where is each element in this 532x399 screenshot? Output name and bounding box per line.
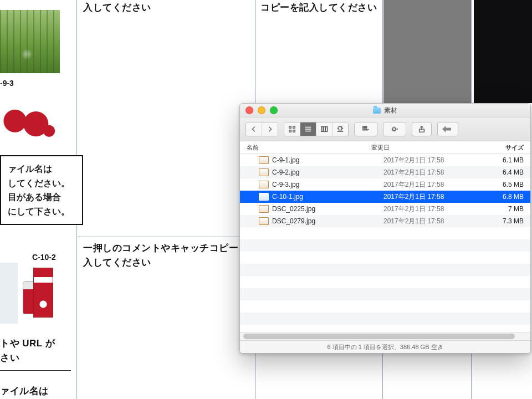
image-placeholder bbox=[474, 0, 532, 103]
instruction-text: 入してください bbox=[83, 256, 151, 270]
titlebar[interactable]: 素材 bbox=[240, 104, 530, 117]
image-thumbnail[interactable] bbox=[0, 263, 60, 324]
file-size: 7.3 MB bbox=[500, 217, 530, 225]
icon-view-button[interactable] bbox=[284, 122, 300, 136]
svg-rect-9 bbox=[326, 127, 328, 132]
col-header-size[interactable]: サイズ bbox=[488, 144, 530, 152]
image-file-icon bbox=[259, 217, 269, 225]
file-size: 7 MB bbox=[500, 205, 530, 213]
file-name: C-9-2.jpg bbox=[272, 168, 299, 176]
file-date: 2017年2月1日 17:58 bbox=[383, 168, 500, 177]
folder-icon bbox=[373, 108, 381, 114]
col-header-date[interactable]: 変更日 bbox=[371, 144, 488, 152]
file-size: 6.4 MB bbox=[500, 168, 530, 176]
thumbnail-label: C-10-2 bbox=[32, 253, 56, 262]
statusbar: 6 項目中の 1 項目を選択、386.48 GB 空き bbox=[240, 340, 530, 353]
scrollbar-thumb[interactable] bbox=[243, 334, 515, 339]
image-file-icon bbox=[259, 156, 269, 164]
file-date: 2017年2月1日 17:58 bbox=[383, 156, 500, 165]
svg-rect-16 bbox=[363, 129, 365, 130]
list-icon bbox=[304, 125, 312, 133]
arrange-button[interactable] bbox=[355, 122, 377, 136]
columns-icon bbox=[320, 125, 328, 133]
tags-button[interactable] bbox=[437, 122, 458, 136]
svg-rect-3 bbox=[293, 130, 295, 132]
share-button[interactable] bbox=[412, 122, 432, 136]
close-button[interactable] bbox=[245, 106, 253, 114]
list-view-button[interactable] bbox=[300, 122, 316, 136]
image-placeholder bbox=[383, 0, 471, 103]
svg-rect-0 bbox=[289, 126, 291, 129]
divider-line bbox=[0, 370, 71, 371]
file-size: 6.8 MB bbox=[500, 193, 530, 201]
file-name: C-10-1.jpg bbox=[272, 193, 303, 201]
instruction-line: 目がある場合 bbox=[8, 190, 75, 204]
file-date: 2017年2月1日 17:58 bbox=[383, 204, 500, 214]
zoom-button[interactable] bbox=[270, 106, 278, 114]
svg-rect-2 bbox=[289, 130, 291, 132]
action-button[interactable] bbox=[383, 122, 406, 136]
instruction-text: コピーを記入してください bbox=[260, 1, 377, 15]
action-group bbox=[383, 122, 406, 136]
image-thumbnail[interactable] bbox=[0, 10, 60, 73]
forward-button[interactable] bbox=[262, 122, 278, 136]
column-view-button[interactable] bbox=[316, 122, 332, 136]
svg-rect-7 bbox=[321, 127, 323, 132]
file-row[interactable]: DSC_0279.jpg2017年2月1日 17:587.3 MB bbox=[240, 215, 530, 227]
file-name: DSC_0279.jpg bbox=[272, 217, 315, 225]
back-button[interactable] bbox=[246, 122, 262, 136]
coverflow-view-button[interactable] bbox=[332, 122, 348, 136]
chevron-left-icon bbox=[250, 125, 258, 133]
svg-rect-1 bbox=[293, 126, 295, 129]
finder-window: 素材 bbox=[239, 103, 531, 354]
minimize-button[interactable] bbox=[258, 106, 265, 114]
nav-back-forward bbox=[245, 122, 278, 136]
file-name: DSC_0225.jpg bbox=[272, 205, 315, 213]
column-headers[interactable]: 名前 変更日 サイズ bbox=[240, 141, 530, 154]
status-text: 6 項目中の 1 項目を選択、386.48 GB 空き bbox=[327, 343, 443, 351]
svg-rect-10 bbox=[339, 127, 341, 130]
instruction-text: トや URL が bbox=[0, 337, 55, 351]
file-row[interactable]: C-9-2.jpg2017年2月1日 17:586.4 MB bbox=[240, 166, 530, 178]
arrange-group bbox=[354, 122, 377, 136]
file-date: 2017年2月1日 17:58 bbox=[383, 192, 500, 202]
window-controls bbox=[245, 106, 278, 114]
svg-point-18 bbox=[393, 127, 396, 130]
instruction-text: ァイル名は bbox=[0, 385, 49, 398]
svg-rect-8 bbox=[324, 127, 325, 132]
file-row[interactable]: C-9-1.jpg2017年2月1日 17:586.1 MB bbox=[240, 154, 530, 166]
svg-rect-14 bbox=[363, 126, 365, 128]
horizontal-scrollbar[interactable] bbox=[240, 332, 530, 340]
instruction-text: さい bbox=[0, 351, 19, 365]
window-title-text: 素材 bbox=[384, 106, 397, 115]
gear-icon bbox=[391, 125, 398, 133]
instruction-line: してください。 bbox=[8, 176, 75, 191]
thumbnail-label: -9-3 bbox=[0, 79, 14, 88]
toolbar bbox=[240, 117, 530, 141]
carton-illustration bbox=[33, 268, 53, 318]
file-name: C-9-3.jpg bbox=[272, 181, 299, 188]
svg-rect-15 bbox=[365, 126, 367, 128]
file-row[interactable]: DSC_0225.jpg2017年2月1日 17:587 MB bbox=[240, 203, 530, 215]
instruction-line: ァイル名は bbox=[8, 162, 75, 176]
instruction-line: にして下さい。 bbox=[8, 204, 75, 219]
image-file-icon bbox=[259, 168, 269, 176]
file-name: C-9-1.jpg bbox=[272, 156, 299, 164]
file-row[interactable]: C-10-1.jpg2017年2月1日 17:586.8 MB bbox=[240, 191, 530, 203]
file-date: 2017年2月1日 17:58 bbox=[383, 180, 500, 190]
file-list[interactable]: C-9-1.jpg2017年2月1日 17:586.1 MBC-9-2.jpg2… bbox=[240, 154, 530, 332]
file-size: 6.1 MB bbox=[500, 156, 530, 164]
instruction-text: 入してください bbox=[83, 1, 151, 15]
chevron-right-icon bbox=[266, 125, 274, 133]
file-row[interactable]: C-9-3.jpg2017年2月1日 17:586.5 MB bbox=[240, 178, 530, 191]
grid-dropdown-icon bbox=[362, 125, 370, 133]
image-thumbnail[interactable] bbox=[0, 89, 60, 147]
image-file-icon bbox=[259, 193, 269, 201]
view-mode-group bbox=[284, 122, 349, 136]
instruction-text: 一押しのコメントやキャッチコピーを bbox=[83, 242, 248, 255]
image-file-icon bbox=[259, 205, 269, 213]
col-header-name[interactable]: 名前 bbox=[240, 144, 371, 152]
gallery-icon bbox=[336, 125, 344, 133]
image-file-icon bbox=[259, 181, 269, 188]
file-size: 6.5 MB bbox=[500, 181, 530, 188]
